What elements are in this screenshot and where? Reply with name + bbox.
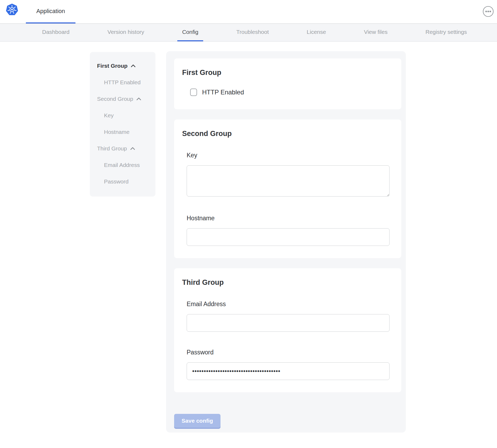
- sidebar-item-http-enabled[interactable]: HTTP Enabled: [97, 79, 151, 86]
- email-address-input[interactable]: [187, 314, 390, 332]
- chevron-up-icon: [136, 97, 141, 101]
- chevron-up-icon: [130, 147, 135, 150]
- config-group-first-group: First Group HTTP Enabled: [174, 58, 401, 109]
- email-address-label: Email Address: [187, 301, 390, 308]
- ellipsis-menu-icon[interactable]: [483, 6, 494, 17]
- tab-license[interactable]: License: [302, 24, 331, 41]
- sidebar-item-label: Email Address: [104, 162, 140, 168]
- hostname-input[interactable]: [187, 228, 390, 246]
- email-address-field: Email Address: [187, 301, 390, 332]
- tab-view-files[interactable]: View files: [359, 24, 392, 41]
- config-form-panel: First Group HTTP Enabled Second Group Ke…: [166, 51, 406, 433]
- sidebar-item-label: Password: [104, 178, 129, 185]
- sidebar-item-first-group[interactable]: First Group: [97, 63, 151, 69]
- sidebar-item-label: Key: [104, 112, 114, 119]
- sidebar-item-label: Third Group: [97, 145, 127, 152]
- sidebar-item-email-address[interactable]: Email Address: [97, 162, 151, 168]
- http-enabled-checkbox[interactable]: [190, 89, 197, 96]
- sidebar-item-key[interactable]: Key: [97, 112, 151, 119]
- http-enabled-label: HTTP Enabled: [202, 89, 244, 96]
- sidebar-item-label: Hostname: [104, 129, 130, 135]
- config-group-second-group: Second Group Key Hostname: [174, 119, 401, 258]
- tab-dashboard[interactable]: Dashboard: [37, 24, 74, 41]
- hostname-field: Hostname: [187, 215, 390, 246]
- group-title: First Group: [182, 69, 390, 77]
- group-title: Third Group: [182, 278, 390, 287]
- http-enabled-field: HTTP Enabled: [190, 89, 390, 96]
- password-label: Password: [187, 349, 390, 356]
- config-outline-sidebar: First Group HTTP Enabled Second Group Ke…: [90, 52, 155, 197]
- sidebar-item-third-group[interactable]: Third Group: [97, 145, 151, 152]
- sidebar-item-second-group[interactable]: Second Group: [97, 96, 151, 102]
- sidebar-item-label: Second Group: [97, 96, 133, 102]
- password-input[interactable]: [187, 362, 390, 380]
- key-field: Key: [187, 152, 390, 197]
- chevron-up-icon: [131, 64, 136, 67]
- app-header: Application: [0, 0, 497, 23]
- app-nav-tabbar: Dashboard Version history Config Trouble…: [0, 23, 497, 42]
- config-group-third-group: Third Group Email Address Password: [174, 268, 401, 392]
- sidebar-item-hostname[interactable]: Hostname: [97, 129, 151, 135]
- group-title: Second Group: [182, 130, 390, 138]
- sidebar-item-password[interactable]: Password: [97, 178, 151, 185]
- tab-version-history[interactable]: Version history: [103, 24, 149, 41]
- kubernetes-logo-icon: [6, 3, 18, 16]
- tab-troubleshoot[interactable]: Troubleshoot: [231, 24, 274, 41]
- key-label: Key: [187, 152, 390, 159]
- tab-registry-settings[interactable]: Registry settings: [421, 24, 472, 41]
- hostname-label: Hostname: [187, 215, 390, 222]
- tab-config[interactable]: Config: [177, 24, 203, 41]
- sidebar-item-label: First Group: [97, 63, 127, 69]
- save-config-button[interactable]: Save config: [174, 414, 221, 428]
- application-tab[interactable]: Application: [26, 0, 75, 23]
- key-textarea[interactable]: [187, 165, 390, 197]
- password-field: Password: [187, 349, 390, 380]
- sidebar-item-label: HTTP Enabled: [104, 79, 141, 86]
